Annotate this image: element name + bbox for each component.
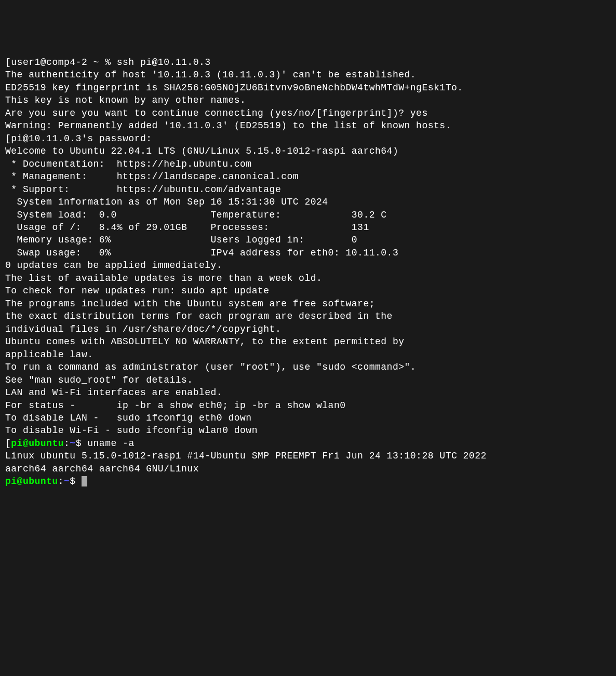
dollar: $	[70, 476, 82, 486]
terminal-line: See "man sudo_root" for details.	[5, 374, 611, 386]
terminal-line: System load: 0.0 Temperature: 30.2 C	[5, 209, 611, 221]
terminal-line: Are you sure you want to continue connec…	[5, 107, 611, 119]
terminal-line: The authenticity of host '10.11.0.3 (10.…	[5, 69, 611, 81]
terminal-line: the exact distribution terms for each pr…	[5, 310, 611, 322]
terminal-line: LAN and Wi-Fi interfaces are enabled.	[5, 386, 611, 399]
command-text: uname -a	[87, 438, 134, 449]
output-line: aarch64 aarch64 aarch64 GNU/Linux	[5, 463, 611, 475]
terminal-line: To disable Wi-Fi - sudo ifconfig wlan0 d…	[5, 424, 611, 437]
terminal-line: The programs included with the Ubuntu sy…	[5, 298, 611, 310]
bracket-open: [	[5, 438, 11, 449]
prompt-line: [pi@ubuntu:~$ uname -a	[5, 437, 611, 450]
terminal-line: To check for new updates run: sudo apt u…	[5, 285, 611, 297]
terminal-line: To disable LAN - sudo ifconfig eth0 down	[5, 412, 611, 424]
terminal-line: To run a command as administrator (user …	[5, 361, 611, 373]
terminal-line: Swap usage: 0% IPv4 address for eth0: 10…	[5, 247, 611, 259]
terminal-line: Warning: Permanently added '10.11.0.3' (…	[5, 119, 611, 132]
path: ~	[64, 476, 70, 486]
colon: :	[58, 476, 64, 486]
terminal-line: * Management: https://landscape.canonica…	[5, 170, 611, 183]
terminal-line: ED25519 key fingerprint is SHA256:G05NOj…	[5, 82, 611, 94]
terminal-line: [user1@comp4-2 ~ % ssh pi@10.11.0.3	[5, 56, 611, 69]
terminal-line: Welcome to Ubuntu 22.04.1 LTS (GNU/Linux…	[5, 145, 611, 157]
terminal-line: individual files in /usr/share/doc/*/cop…	[5, 323, 611, 335]
terminal-line: The list of available updates is more th…	[5, 272, 611, 285]
terminal-line: 0 updates can be applied immediately.	[5, 259, 611, 272]
path: ~	[70, 438, 75, 449]
terminal-line: Ubuntu comes with ABSOLUTELY NO WARRANTY…	[5, 335, 611, 348]
cursor-icon	[82, 476, 87, 486]
terminal-line: * Support: https://ubuntu.com/advantage	[5, 183, 611, 196]
user-host: pi@ubuntu	[5, 476, 58, 486]
terminal-line: System information as of Mon Sep 16 15:3…	[5, 196, 611, 208]
prompt-line[interactable]: pi@ubuntu:~$	[5, 475, 611, 488]
terminal-line: * Documentation: https://help.ubuntu.com	[5, 158, 611, 170]
colon: :	[64, 438, 70, 449]
terminal-line: Memory usage: 6% Users logged in: 0	[5, 234, 611, 246]
terminal-line: applicable law.	[5, 348, 611, 361]
output-line: Linux ubuntu 5.15.0-1012-raspi #14-Ubunt…	[5, 450, 611, 462]
terminal-line: Usage of /: 8.4% of 29.01GB Processes: 1…	[5, 221, 611, 234]
terminal-window[interactable]: [user1@comp4-2 ~ % ssh pi@10.11.0.3The a…	[5, 56, 611, 488]
user-host: pi@ubuntu	[11, 438, 64, 449]
dollar: $	[76, 438, 88, 449]
terminal-line: [pi@10.11.0.3's password:	[5, 132, 611, 145]
terminal-line: For status - ip -br a show eth0; ip -br …	[5, 399, 611, 412]
terminal-line: This key is not known by any other names…	[5, 94, 611, 106]
